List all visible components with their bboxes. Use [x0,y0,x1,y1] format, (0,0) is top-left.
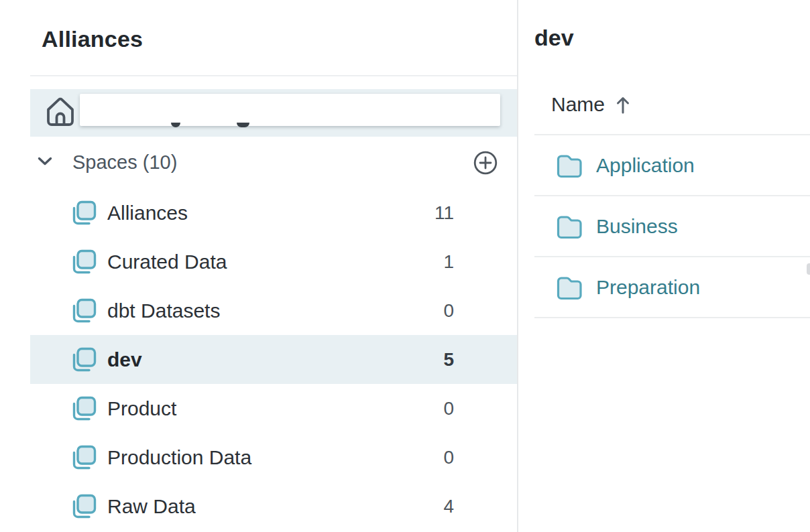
page-title: dev [534,25,574,51]
space-icon [69,297,97,325]
space-count: 0 [443,447,454,468]
space-count: 11 [435,202,454,224]
space-name: dbt Datasets [107,300,220,322]
redacted-overlay [80,94,500,126]
app-window: Alliances Spaces (10) [0,0,810,532]
space-name: Raw Data [107,495,196,518]
scrollbar-fragment [807,263,810,275]
space-name: Production Data [107,446,251,469]
hidden-text-descender [237,123,249,127]
folder-icon [555,275,583,300]
home-icon [43,94,78,133]
space-count: 1 [443,251,454,273]
home-row[interactable] [30,89,517,137]
column-header-name[interactable]: Name [551,91,630,118]
sidebar-item-production-data[interactable]: Production Data 0 [30,433,517,482]
space-name: Product [107,397,176,420]
divider [30,75,518,76]
spaces-section-label: Spaces (10) [72,151,177,174]
folder-link[interactable]: Application [596,154,695,177]
space-icon [69,492,97,521]
sidebar-item-alliances[interactable]: Alliances 11 [30,188,517,237]
content-panel: dev Name Application Business [518,0,810,532]
arrow-up-icon [616,96,630,114]
sidebar-item-dev[interactable]: dev 5 [30,335,517,384]
folder-row-business[interactable]: Business [534,196,810,257]
hidden-text-descender [171,123,180,127]
folder-icon [555,214,583,239]
space-icon [69,199,97,227]
sidebar-item-dbt-datasets[interactable]: dbt Datasets 0 [30,286,517,335]
space-count: 5 [443,349,454,371]
folder-row-preparation[interactable]: Preparation [534,257,810,318]
sidebar-item-curated-data[interactable]: Curated Data 1 [30,237,517,286]
space-name: Curated Data [107,251,227,273]
folder-link[interactable]: Business [596,215,678,238]
folder-row-application[interactable]: Application [534,135,810,196]
sidebar-item-raw-data[interactable]: Raw Data 4 [30,482,517,531]
space-icon [69,346,97,374]
add-space-button[interactable] [473,150,498,176]
folder-link[interactable]: Preparation [596,276,700,299]
space-icon [69,444,97,472]
space-count: 0 [443,398,454,419]
spaces-section-header: Spaces (10) [30,137,517,188]
folder-icon [555,153,583,178]
sidebar-title: Alliances [42,26,143,52]
sidebar-item-product[interactable]: Product 0 [30,384,517,433]
space-name: Alliances [107,202,188,224]
space-count: 0 [443,300,454,322]
space-icon [69,248,97,276]
space-name: dev [107,348,142,371]
column-label: Name [551,93,605,116]
chevron-down-icon[interactable] [38,156,54,168]
space-count: 4 [443,496,454,517]
space-icon [69,395,97,423]
